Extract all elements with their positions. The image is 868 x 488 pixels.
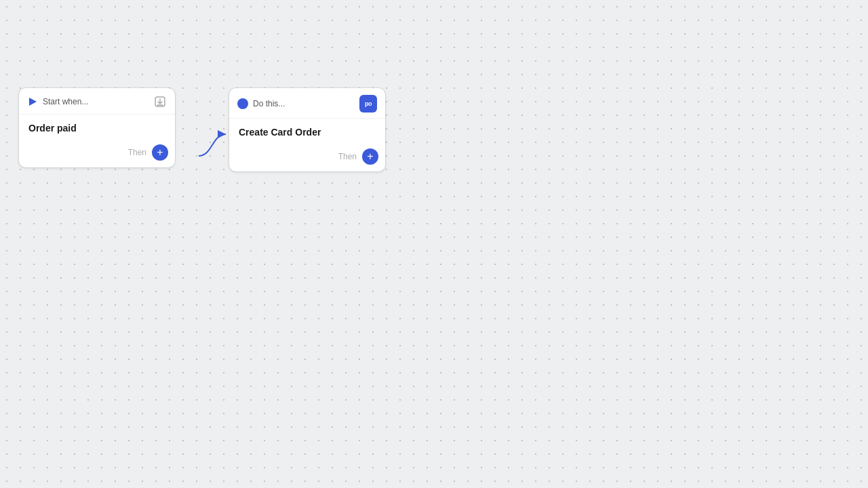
trigger-add-button[interactable]: + (152, 144, 168, 161)
trigger-card-title: Order paid (28, 123, 165, 134)
trigger-header-left: Start when... (27, 96, 88, 107)
trigger-then-label: Then (128, 148, 146, 157)
trigger-icon (27, 96, 38, 107)
action-header-left: Do this... (237, 98, 285, 109)
download-icon[interactable] (153, 95, 167, 108)
trigger-card-footer: Then + (19, 140, 175, 167)
action-card-body: Create Card Order (229, 119, 385, 144)
action-header-label: Do this... (253, 99, 285, 108)
trigger-card-header: Start when... (19, 88, 175, 115)
action-card-header: Do this... po (229, 88, 385, 119)
action-card-footer: Then + (229, 144, 385, 171)
action-icon (237, 98, 248, 109)
action-add-button[interactable]: + (362, 148, 378, 165)
trigger-card: Start when... Order paid Then + (19, 88, 175, 167)
workflow-container: Start when... Order paid Then + (19, 88, 385, 171)
trigger-card-body: Order paid (19, 115, 175, 140)
action-card-title: Create Card Order (239, 127, 376, 138)
action-card: Do this... po Create Card Order Then + (229, 88, 385, 171)
action-then-label: Then (338, 152, 357, 161)
trigger-header-label: Start when... (43, 97, 88, 106)
svg-marker-0 (29, 98, 37, 106)
app-badge: po (359, 95, 377, 113)
